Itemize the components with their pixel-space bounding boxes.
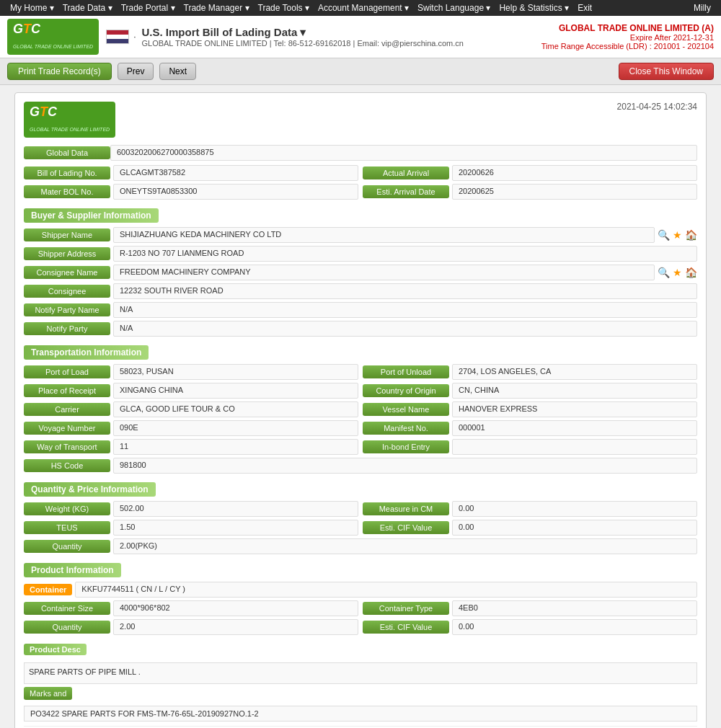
shipper-name-row: Shipper Name SHIJIAZHUANG KEDA MACHINERY…	[24, 227, 697, 243]
header-right: GLOBAL TRADE ONLINE LIMITED (A) Expire A…	[541, 23, 714, 50]
ports-row: Port of Load 58023, PUSAN Port of Unload…	[24, 364, 697, 380]
consignee-label: Consignee	[24, 285, 110, 298]
shipper-search-icon[interactable]: 🔍	[658, 229, 670, 241]
consignee-name-label: Consignee Name	[24, 266, 110, 279]
prod-qty-label: Quantity	[24, 621, 110, 634]
consignee-star-icon[interactable]: ★	[673, 267, 682, 278]
shipper-name-value: SHIJIAZHUANG KEDA MACHINERY CO LTD	[113, 227, 655, 243]
port-load-value: 58023, PUSAN	[113, 364, 358, 380]
esti-cif-label: Esti. CIF Value	[363, 521, 449, 534]
master-bol-col: Mater BOL No. ONEYTS9TA0853300	[24, 184, 358, 200]
page-title: U.S. Import Bill of Lading Data ▾	[141, 26, 463, 39]
qty-row: Quantity 2.00(PKG)	[24, 538, 697, 554]
weight-measure-row: Weight (KG) 502.00 Measure in CM 0.00	[24, 501, 697, 517]
consignee-home-icon[interactable]: 🏠	[685, 267, 697, 278]
esti-cif-col: Esti. CIF Value 0.00	[363, 520, 697, 536]
consignee-name-row: Consignee Name FREEDOM MACHINERY COMPANY…	[24, 265, 697, 280]
notify-party-name-label: Notify Party Name	[24, 303, 110, 316]
consignee-search-icon[interactable]: 🔍	[658, 267, 670, 278]
nav-trade-manager[interactable]: Trade Manager	[180, 3, 254, 13]
way-transport-label: Way of Transport	[24, 440, 110, 453]
shipper-name-label: Shipper Name	[24, 228, 110, 241]
place-receipt-label: Place of Receipt	[24, 384, 110, 397]
global-data-value: 6003202006270000358875	[110, 145, 697, 161]
port-unload-col: Port of Unload 2704, LOS ANGELES, CA	[363, 364, 697, 380]
container-value: KKFU7744511 ( CN / L / CY )	[75, 582, 697, 598]
place-receipt-col: Place of Receipt XINGANG CHINA	[24, 383, 358, 399]
esti-arrival-label: Esti. Arrival Date	[363, 185, 449, 198]
header-bar: GTC GLOBAL TRADE ONLINE LIMITED · U.S. I…	[0, 16, 721, 58]
nav-trade-tools[interactable]: Trade Tools	[254, 3, 314, 13]
container-badge: Container	[24, 584, 72, 595]
global-data-label: Global Data	[24, 146, 110, 159]
manifest-col: Manifest No. 000001	[363, 420, 697, 436]
vessel-label: Vessel Name	[363, 403, 449, 416]
measure-label: Measure in CM	[363, 502, 449, 515]
esti-cif-value: 0.00	[452, 520, 697, 536]
voyage-label: Voyage Number	[24, 422, 110, 435]
header-title: U.S. Import Bill of Lading Data ▾ GLOBAL…	[141, 26, 463, 48]
qty-value: 2.00(PKG)	[113, 538, 697, 554]
hs-code-value: 981800	[113, 458, 697, 474]
teus-col: TEUS 1.50	[24, 520, 358, 536]
close-button-top[interactable]: Close This Window	[619, 63, 714, 80]
place-receipt-value: XINGANG CHINA	[113, 383, 358, 399]
shipper-home-icon[interactable]: 🏠	[685, 229, 697, 241]
prod-cif-label: Esti. CIF Value	[363, 621, 449, 634]
prod-cif-value: 0.00	[452, 619, 697, 635]
nav-exit[interactable]: Exit	[573, 3, 596, 13]
prev-button-top[interactable]: Prev	[118, 63, 154, 80]
consignee-value: 12232 SOUTH RIVER ROAD	[113, 283, 697, 299]
page-title-arrow[interactable]: ▾	[300, 26, 306, 38]
port-load-label: Port of Load	[24, 365, 110, 378]
container-size-value: 4000*906*802	[113, 600, 358, 616]
bol-value: GLCAGMT387582	[113, 165, 358, 181]
record-header: GTC GLOBAL TRADE ONLINE LIMITED 2021-04-…	[24, 102, 697, 138]
notify-party-label: Notify Party	[24, 322, 110, 335]
weight-label: Weight (KG)	[24, 502, 110, 515]
hs-code-label: HS Code	[24, 459, 110, 472]
nav-trade-portal[interactable]: Trade Portal	[117, 3, 180, 13]
nav-user: Milly	[689, 3, 715, 13]
way-transport-value: 11	[113, 439, 358, 455]
nav-trade-data[interactable]: Trade Data	[58, 3, 117, 13]
shipper-star-icon[interactable]: ★	[673, 229, 682, 241]
bol-col: Bill of Lading No. GLCAGMT387582	[24, 165, 358, 181]
master-bol-value: ONEYTS9TA0853300	[113, 184, 358, 200]
shipper-address-label: Shipper Address	[24, 247, 110, 260]
notify-party-name-value: N/A	[113, 302, 697, 318]
notify-party-row: Notify Party N/A	[24, 321, 697, 337]
teus-cif-row: TEUS 1.50 Esti. CIF Value 0.00	[24, 520, 697, 536]
marks-value: PO3422 SPARE PARTS FOR FMS-TM-76-65L-201…	[24, 706, 697, 722]
actual-arrival-label: Actual Arrival	[363, 167, 449, 179]
header-separator: ·	[133, 32, 136, 42]
measure-value: 0.00	[452, 501, 697, 517]
main-content: GTC GLOBAL TRADE ONLINE LIMITED 2021-04-…	[0, 85, 721, 728]
product-header: Product Information	[24, 563, 121, 577]
print-button-top[interactable]: Print Trade Record(s)	[7, 63, 112, 80]
nav-my-home[interactable]: My Home	[6, 3, 58, 13]
marks-label: Marks and	[24, 687, 72, 700]
next-button-top[interactable]: Next	[159, 63, 196, 80]
actual-arrival-value: 20200626	[452, 165, 697, 181]
bol-row: Bill of Lading No. GLCAGMT387582 Actual …	[24, 165, 697, 181]
shipper-address-value: R-1203 NO 707 LIANMENG ROAD	[113, 246, 697, 262]
country-origin-col: Country of Origin CN, CHINA	[363, 383, 697, 399]
port-unload-label: Port of Unload	[363, 365, 449, 378]
measure-col: Measure in CM 0.00	[363, 501, 697, 517]
transport-bond-row: Way of Transport 11 In-bond Entry	[24, 439, 697, 455]
voyage-col: Voyage Number 090E	[24, 420, 358, 436]
nav-account-management[interactable]: Account Management	[314, 3, 413, 13]
header-sub-info: GLOBAL TRADE ONLINE LIMITED | Tel: 86-51…	[141, 39, 463, 48]
teus-value: 1.50	[113, 520, 358, 536]
record-logo: GTC GLOBAL TRADE ONLINE LIMITED	[24, 102, 115, 138]
logo-area: GTC GLOBAL TRADE ONLINE LIMITED	[7, 19, 99, 55]
nav-switch-language[interactable]: Switch Language	[413, 3, 495, 13]
container-size-type-row: Container Size 4000*906*802 Container Ty…	[24, 600, 697, 616]
carrier-col: Carrier GLCA, GOOD LIFE TOUR & CO	[24, 401, 358, 417]
vessel-value: HANOVER EXPRESS	[452, 401, 697, 417]
container-type-label: Container Type	[363, 602, 449, 615]
nav-help-statistics[interactable]: Help & Statistics	[495, 3, 573, 13]
carrier-label: Carrier	[24, 403, 110, 416]
prod-qty-cif-row: Quantity 2.00 Esti. CIF Value 0.00	[24, 619, 697, 635]
